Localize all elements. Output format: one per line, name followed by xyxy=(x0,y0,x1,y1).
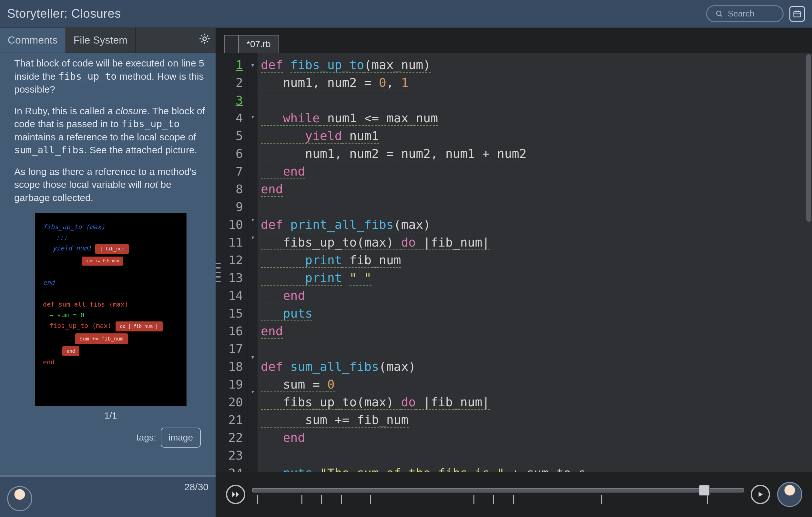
svg-point-6 xyxy=(203,37,207,41)
file-tab[interactable]: *07.rb xyxy=(238,35,279,53)
app-subtitle: Closures xyxy=(71,7,121,20)
header-bar: Storyteller: Closures Search xyxy=(0,0,812,28)
search-placeholder: Search xyxy=(728,9,754,19)
tab-filesystem-label: File System xyxy=(74,34,127,46)
timeline-track[interactable] xyxy=(252,488,744,492)
panel-icon xyxy=(793,9,802,19)
svg-rect-2 xyxy=(794,11,801,17)
timeline-tick[interactable] xyxy=(321,495,322,504)
image-pager: 1/1 xyxy=(105,409,117,422)
timeline[interactable] xyxy=(252,482,744,507)
code-area[interactable]: def fibs_up_to(max_num) num1, num2 = 0, … xyxy=(258,53,812,472)
timeline-tick[interactable] xyxy=(473,495,474,504)
fold-icon[interactable]: ▾ xyxy=(248,383,258,401)
timeline-ticks xyxy=(252,495,744,505)
comment-paragraph: In Ruby, this is called a closure. The b… xyxy=(14,105,207,157)
step-counter: 28/30 xyxy=(184,482,208,492)
comment-paragraph: That block of code will be executed on l… xyxy=(14,57,207,96)
gear-icon xyxy=(198,32,211,45)
timeline-tick[interactable] xyxy=(513,495,514,504)
file-tab-spacer xyxy=(224,35,238,53)
editor-tabbar: *07.rb xyxy=(216,28,812,53)
playback-footer xyxy=(216,472,812,517)
fold-icon[interactable]: ▾ xyxy=(248,108,258,125)
svg-line-1 xyxy=(720,15,722,17)
timeline-thumb[interactable] xyxy=(699,485,710,496)
tab-filesystem[interactable]: File System xyxy=(66,28,136,53)
app-title: Storyteller: Closures xyxy=(7,7,121,21)
tags-label: tags: xyxy=(137,431,156,444)
timeline-tick[interactable] xyxy=(370,495,371,504)
fold-icon[interactable]: ▾ xyxy=(248,211,258,229)
fast-forward-icon xyxy=(231,490,240,499)
settings-button[interactable] xyxy=(198,32,211,48)
file-tab-label: *07.rb xyxy=(246,39,271,49)
timeline-tick[interactable] xyxy=(493,495,494,504)
search-icon xyxy=(716,10,723,18)
fast-forward-button[interactable] xyxy=(226,485,245,504)
resize-handle[interactable] xyxy=(215,263,221,282)
svg-point-0 xyxy=(717,11,721,16)
play-button[interactable] xyxy=(751,485,770,504)
sidebar-footer: 28/30 xyxy=(0,475,215,517)
sidebar: Comments File System That block of code … xyxy=(0,28,216,517)
gutter: 1 2 3 4 5 6 7 8 9 10 11 12 13 14 15 16 1 xyxy=(216,53,248,472)
tab-comments-label: Comments xyxy=(8,34,58,46)
timeline-tick[interactable] xyxy=(707,495,708,504)
tab-comments[interactable]: Comments xyxy=(0,28,66,53)
attached-image[interactable]: fibs_up_to (max) ::: yield num1 | fib_nu… xyxy=(35,213,186,406)
fold-column: ▾ ▾ ▾ ▾ ▾ ▾ xyxy=(248,53,258,472)
timeline-tick[interactable] xyxy=(601,495,602,504)
comment-panel[interactable]: That block of code will be executed on l… xyxy=(0,53,215,475)
tag-image[interactable]: image xyxy=(161,428,201,448)
app-name: Storyteller: xyxy=(7,7,68,20)
fold-icon[interactable]: ▾ xyxy=(248,56,258,74)
fold-icon[interactable]: ▾ xyxy=(248,348,258,366)
footer-avatar[interactable] xyxy=(777,482,802,507)
code-editor[interactable]: 1 2 3 4 5 6 7 8 9 10 11 12 13 14 15 16 1 xyxy=(216,53,812,472)
timeline-tick[interactable] xyxy=(257,495,258,504)
panel-toggle-button[interactable] xyxy=(789,6,805,22)
search-input[interactable]: Search xyxy=(706,5,784,22)
tags-row: tags: image xyxy=(14,428,207,448)
fold-icon[interactable]: ▾ xyxy=(248,229,258,246)
timeline-tick[interactable] xyxy=(341,495,342,504)
author-avatar[interactable] xyxy=(7,486,32,511)
timeline-tick[interactable] xyxy=(301,495,302,504)
play-icon xyxy=(756,490,764,498)
comment-paragraph: As long as there a reference to a method… xyxy=(14,165,207,205)
sidebar-tabbar: Comments File System xyxy=(0,28,215,53)
